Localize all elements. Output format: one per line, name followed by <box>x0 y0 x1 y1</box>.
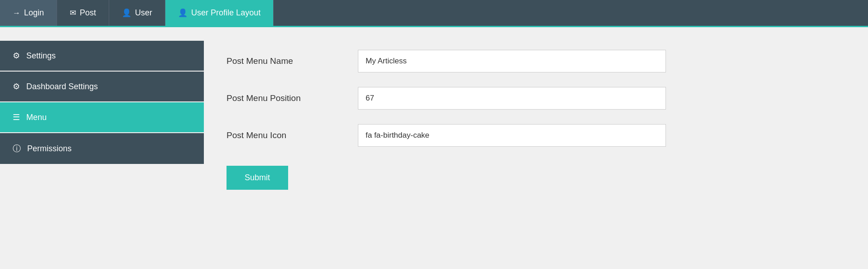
tab-post[interactable]: ✉ Post <box>57 0 109 26</box>
sidebar-item-permissions-label: Permissions <box>27 144 72 154</box>
tab-user-profile-layout[interactable]: 👤 User Profile Layout <box>165 0 274 26</box>
form-submit-row: Submit <box>227 161 845 190</box>
sidebar-item-menu-label: Menu <box>26 113 47 122</box>
main-layout: ⚙ Settings ⚙ Dashboard Settings ☰ Menu ⓘ… <box>0 27 868 254</box>
sidebar-item-permissions[interactable]: ⓘ Permissions <box>0 133 204 164</box>
sidebar: ⚙ Settings ⚙ Dashboard Settings ☰ Menu ⓘ… <box>0 41 204 240</box>
tab-post-label: Post <box>80 8 96 18</box>
post-menu-name-input[interactable] <box>358 50 666 72</box>
sidebar-item-menu[interactable]: ☰ Menu <box>0 102 204 132</box>
tab-user-profile-layout-label: User Profile Layout <box>191 8 260 18</box>
post-menu-position-label: Post Menu Position <box>227 93 344 103</box>
user-icon: 👤 <box>122 8 131 18</box>
sidebar-item-dashboard-settings[interactable]: ⚙ Dashboard Settings <box>0 72 204 101</box>
tab-login-label: Login <box>24 8 44 18</box>
menu-icon: ☰ <box>13 112 20 122</box>
dashboard-settings-icon: ⚙ <box>13 82 20 91</box>
post-icon: ✉ <box>70 8 76 18</box>
post-menu-icon-input[interactable] <box>358 124 666 147</box>
post-menu-icon-label: Post Menu Icon <box>227 130 344 140</box>
form-row-icon: Post Menu Icon <box>227 124 845 147</box>
tab-user[interactable]: 👤 User <box>109 0 165 26</box>
post-menu-position-input[interactable] <box>358 87 666 110</box>
form-area: Post Menu Name Post Menu Position Post M… <box>204 41 868 240</box>
form-row-position: Post Menu Position <box>227 87 845 110</box>
top-nav: → Login ✉ Post 👤 User 👤 User Profile Lay… <box>0 0 868 27</box>
form-row-name: Post Menu Name <box>227 50 845 72</box>
sidebar-item-settings-label: Settings <box>26 51 56 61</box>
post-menu-name-label: Post Menu Name <box>227 56 344 66</box>
user-profile-icon: 👤 <box>178 8 188 18</box>
sidebar-item-dashboard-settings-label: Dashboard Settings <box>26 82 98 91</box>
tab-user-label: User <box>135 8 152 18</box>
settings-icon: ⚙ <box>13 51 20 61</box>
login-icon: → <box>13 9 20 18</box>
tab-login[interactable]: → Login <box>0 0 57 26</box>
submit-button[interactable]: Submit <box>227 166 288 190</box>
sidebar-item-settings[interactable]: ⚙ Settings <box>0 41 204 71</box>
permissions-icon: ⓘ <box>13 143 21 154</box>
